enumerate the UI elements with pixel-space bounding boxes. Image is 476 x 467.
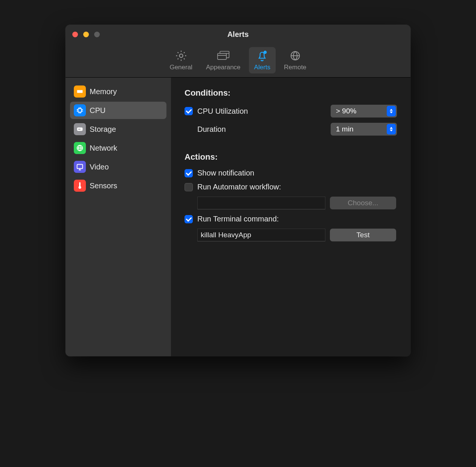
titlebar: Alerts General	[66, 25, 410, 78]
conditions-header: Conditions:	[185, 88, 397, 98]
run-automator-checkbox[interactable]	[185, 183, 193, 191]
sidebar-item-label: CPU	[90, 106, 105, 115]
windows-icon	[217, 50, 230, 61]
cpu-utilization-value: > 90%	[336, 107, 356, 115]
sensors-icon	[74, 180, 86, 192]
duration-value: 1 min	[336, 125, 353, 133]
toolbar: General Appearance	[66, 47, 410, 73]
window-body: Memory CPU Storage	[66, 78, 410, 356]
automator-path-row: Choose...	[197, 197, 397, 209]
tab-label: General	[169, 64, 192, 71]
show-notification-label: Show notification	[197, 169, 254, 177]
sidebar-item-sensors[interactable]: Sensors	[70, 177, 166, 194]
run-automator-row: Run Automator workflow:	[185, 183, 397, 191]
run-terminal-row: Run Terminal command:	[185, 215, 397, 223]
svg-point-2	[264, 50, 267, 54]
automator-path-input[interactable]	[197, 197, 325, 209]
show-notification-checkbox[interactable]	[185, 169, 193, 177]
window-title: Alerts	[66, 30, 410, 39]
tab-label: Remote	[284, 64, 307, 71]
sidebar-item-label: Network	[90, 144, 117, 153]
content-panel: Conditions: CPU Utilization > 90% Durati…	[171, 78, 410, 356]
svg-rect-5	[78, 108, 81, 112]
svg-rect-9	[77, 165, 83, 169]
duration-label: Duration	[197, 125, 226, 134]
sidebar: Memory CPU Storage	[66, 78, 171, 356]
run-terminal-label: Run Terminal command:	[197, 215, 279, 223]
sidebar-item-label: Video	[90, 163, 109, 171]
tab-label: Alerts	[254, 64, 270, 71]
sidebar-item-video[interactable]: Video	[70, 158, 166, 176]
terminal-command-row: Test	[197, 229, 397, 241]
sidebar-item-network[interactable]: Network	[70, 139, 166, 157]
tab-general[interactable]: General	[164, 47, 197, 73]
sidebar-item-storage[interactable]: Storage	[70, 121, 166, 138]
cpu-utilization-label: CPU Utilization	[197, 107, 248, 116]
terminal-command-input[interactable]	[197, 229, 325, 241]
tab-alerts[interactable]: Alerts	[249, 47, 276, 73]
bell-icon	[255, 50, 269, 61]
duration-row: Duration 1 min	[185, 123, 397, 136]
actions-header: Actions:	[185, 152, 397, 162]
run-terminal-checkbox[interactable]	[185, 215, 193, 223]
show-notification-row: Show notification	[185, 169, 397, 177]
choose-button[interactable]: Choose...	[330, 197, 396, 209]
tab-label: Appearance	[206, 64, 241, 71]
gear-icon	[174, 50, 188, 61]
cpu-utilization-row: CPU Utilization > 90%	[185, 105, 397, 118]
sidebar-item-label: Storage	[90, 125, 116, 134]
svg-rect-4	[77, 90, 83, 93]
memory-icon	[74, 85, 86, 98]
chevron-updown-icon	[387, 106, 396, 116]
cpu-utilization-checkbox[interactable]	[185, 107, 193, 115]
globe-icon	[288, 50, 302, 61]
sidebar-item-memory[interactable]: Memory	[70, 83, 166, 100]
tab-remote[interactable]: Remote	[279, 47, 312, 73]
sidebar-item-label: Sensors	[90, 182, 117, 190]
storage-icon	[74, 123, 86, 135]
video-icon	[74, 161, 86, 173]
network-icon	[74, 142, 86, 154]
cpu-icon	[74, 104, 86, 116]
svg-point-0	[179, 54, 183, 57]
test-button[interactable]: Test	[330, 229, 396, 241]
run-automator-label: Run Automator workflow:	[197, 183, 281, 191]
chevron-updown-icon	[387, 124, 396, 134]
sidebar-item-cpu[interactable]: CPU	[70, 102, 166, 119]
duration-popup[interactable]: 1 min	[331, 123, 397, 136]
svg-rect-1	[217, 53, 226, 60]
tab-appearance[interactable]: Appearance	[201, 47, 246, 73]
svg-rect-7	[78, 129, 80, 130]
preferences-window: Alerts General	[66, 25, 410, 356]
sidebar-item-label: Memory	[90, 87, 117, 96]
cpu-utilization-popup[interactable]: > 90%	[331, 105, 397, 118]
